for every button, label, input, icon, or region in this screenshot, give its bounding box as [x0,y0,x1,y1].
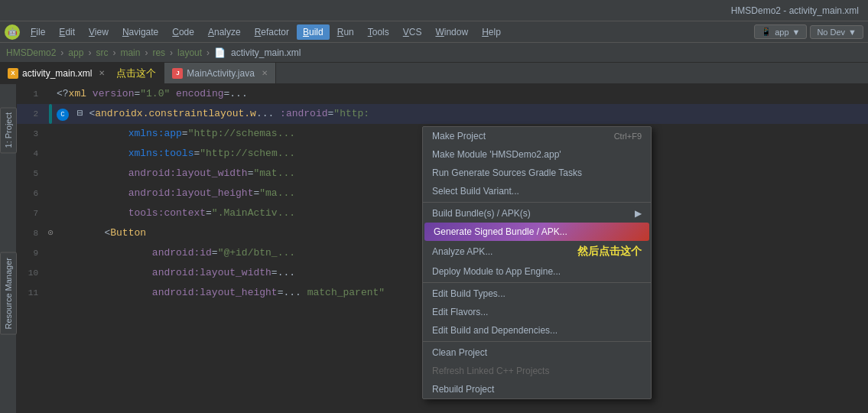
menu-help[interactable]: Help [476,24,507,40]
menu-edit-build-types[interactable]: Edit Build Types... [423,285,651,303]
menu-rebuild-project[interactable]: Rebuild Project [423,380,651,398]
line-num-10: 10 [17,263,44,283]
analyze-apk-label: Analyze APK... [432,246,493,257]
breadcrumb-sep-6: › [206,47,210,58]
make-module-label: Make Module 'HMSDemo2.app' [432,149,561,160]
breadcrumb-main[interactable]: main [120,47,140,58]
menu-refactor[interactable]: Refactor [249,24,295,40]
tab-mainactivity-label: MainActivity.java [187,68,254,79]
project-panel-tab[interactable]: 1: Project [0,107,17,153]
line-num-5: 5 [17,164,44,184]
run-config-selector[interactable]: 📱 app ▼ [754,24,807,39]
line-num-9: 9 [17,243,44,263]
code-editor[interactable]: 1 <?xml version="1.0" encoding=... 2 C ⊟… [17,84,868,413]
run-gradle-label: Run Generate Sources Gradle Tasks [432,167,582,178]
resource-manager-label: Resource Manager [4,258,13,330]
line-num-3: 3 [17,124,44,144]
tab-activity-main-label: activity_main.xml [22,68,92,79]
breadcrumb-layout[interactable]: layout [177,47,202,58]
line-num-6: 6 [17,184,44,203]
tab-close-icon[interactable]: ✕ [99,69,105,77]
menu-window[interactable]: Window [429,24,474,40]
menu-build[interactable]: Build [297,24,330,40]
menu-generate-signed[interactable]: Generate Signed Bundle / APK... [424,223,649,241]
menu-view[interactable]: View [83,24,115,40]
make-project-shortcut: Ctrl+F9 [614,132,642,141]
rebuild-project-label: Rebuild Project [432,384,494,395]
resource-manager-tab[interactable]: Resource Manager [0,252,17,335]
menu-make-module[interactable]: Make Module 'HMSDemo2.app' [423,145,651,164]
line-num-2: 2 [17,104,44,124]
project-panel-label: 1: Project [4,112,13,148]
line-num-8: 8 [17,223,44,243]
generate-signed-label: Generate Signed Bundle / APK... [434,226,567,237]
breadcrumb-file[interactable]: activity_main.xml [231,47,301,58]
menu-tools[interactable]: Tools [362,24,395,40]
edit-build-types-label: Edit Build Types... [432,288,506,299]
menu-select-variant[interactable]: Select Build Variant... [423,182,651,200]
breadcrumb-hms[interactable]: HMSDemo2 [6,47,56,58]
menu-make-project[interactable]: Make Project Ctrl+F9 [423,127,651,145]
dropdown-sep-2 [423,282,651,283]
menu-edit[interactable]: Edit [53,24,81,40]
menu-right: 📱 app ▼ No Dev ▼ [754,24,863,39]
refresh-cpp-label: Refresh Linked C++ Projects [432,366,549,376]
device-label: No Dev [817,28,845,37]
annotation-click-this: 点击这个 [116,67,156,80]
line-num-11: 11 [17,283,44,303]
tab-mainactivity[interactable]: J MainActivity.java ✕ [164,63,275,83]
line-num-7: 7 [17,203,44,223]
menu-edit-flavors[interactable]: Edit Flavors... [423,303,651,321]
tab-mainactivity-close-icon[interactable]: ✕ [262,69,268,77]
title-bar: HMSDemo2 - activity_main.xml [0,0,868,21]
main-area: 1 <?xml version="1.0" encoding=... 2 C ⊟… [0,84,868,413]
breadcrumb-sep-1: › [60,47,63,58]
menu-build-bundle[interactable]: Build Bundle(s) / APK(s) ▶ [423,204,651,223]
breadcrumb-sep-3: › [112,47,115,58]
edit-flavors-label: Edit Flavors... [432,307,488,317]
deploy-module-label: Deploy Module to App Engine... [432,266,561,277]
menu-file[interactable]: File [24,24,51,40]
menu-code[interactable]: Code [166,24,200,40]
select-variant-label: Select Build Variant... [432,186,519,197]
submenu-arrow-icon: ▶ [635,208,642,219]
clean-project-label: Clean Project [432,347,487,358]
gutter-2 [44,104,57,124]
java-tab-icon: J [172,68,183,79]
menu-analyze[interactable]: Analyze [202,24,247,40]
device-dropdown-icon: ▼ [848,28,857,37]
line-num-4: 4 [17,144,44,164]
menu-deploy-module[interactable]: Deploy Module to App Engine... [423,262,651,281]
annotation-then-click: 然后点击这个 [577,245,642,259]
android-icon[interactable]: 🤖 [5,24,20,40]
xml-tab-icon: X [8,68,18,79]
code-line-1: 1 <?xml version="1.0" encoding=... [17,84,868,104]
gutter-8: ⊙ [44,223,57,243]
device-selector[interactable]: No Dev ▼ [810,25,863,39]
breadcrumb-sep-5: › [170,47,173,58]
make-project-label: Make Project [432,131,486,141]
menu-edit-dependencies[interactable]: Edit Build and Dependencies... [423,321,651,340]
build-bundle-label: Build Bundle(s) / APK(s) [432,208,531,219]
menu-analyze-apk[interactable]: Analyze APK... 然后点击这个 [423,241,651,262]
line-content-1: <?xml version="1.0" encoding=... [57,84,868,104]
breadcrumb-src[interactable]: src [96,47,108,58]
dropdown-chevron-icon: ▼ [792,28,801,37]
menu-bar: 🤖 File Edit View Navigate Code Analyze R… [0,21,868,43]
xml-file-icon: 📄 [214,47,226,58]
dropdown-sep-3 [423,341,651,342]
menu-vcs[interactable]: VCS [397,24,428,40]
breadcrumb-app[interactable]: app [68,47,83,58]
menu-run[interactable]: Run [331,24,360,40]
menu-run-gradle[interactable]: Run Generate Sources Gradle Tasks [423,164,651,182]
tab-bar: X activity_main.xml ✕ 点击这个 J MainActivit… [0,63,868,84]
menu-clean-project[interactable]: Clean Project [423,343,651,362]
code-line-2: 2 C ⊟ <androidx.constraintlayout.w... :a… [17,104,868,124]
breadcrumb-res[interactable]: res [152,47,165,58]
run-config-label: app [775,28,788,37]
menu-navigate[interactable]: Navigate [116,24,164,40]
dropdown-sep-1 [423,202,651,203]
tab-activity-main[interactable]: X activity_main.xml ✕ 点击这个 [0,63,164,83]
breadcrumb-sep-2: › [88,47,91,58]
breadcrumb-sep-4: › [145,47,148,58]
